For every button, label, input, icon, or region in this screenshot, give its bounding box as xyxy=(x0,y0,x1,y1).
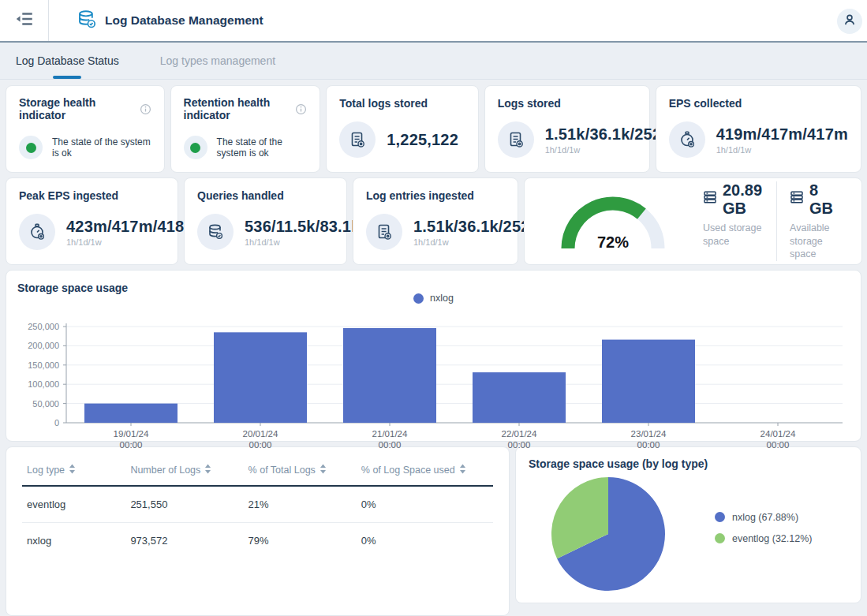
table-row[interactable]: eventlog251,55021%0% xyxy=(22,486,493,523)
card-storage-health: Storage health indicator The state of th… xyxy=(6,85,165,173)
bar-chart-legend-nxlog[interactable]: nxlog xyxy=(6,293,861,304)
table-header-number-of-logs[interactable]: Number of Logs xyxy=(125,452,243,486)
svg-text:22/01/24: 22/01/24 xyxy=(502,429,537,439)
table-cell: 973,572 xyxy=(125,523,243,559)
sort-icon xyxy=(320,464,327,474)
pie-legend-item-eventlog[interactable]: eventlog (32.12%) xyxy=(715,533,812,544)
card-title: Logs stored xyxy=(498,97,561,110)
info-icon[interactable] xyxy=(295,103,307,115)
legend-dot xyxy=(413,293,424,304)
log-document-icon xyxy=(339,121,376,158)
svg-text:0: 0 xyxy=(54,418,59,427)
svg-text:20/01/24: 20/01/24 xyxy=(243,429,278,439)
svg-text:72%: 72% xyxy=(597,233,629,251)
stat-value: 536/11.5k/83.1k xyxy=(245,218,360,236)
green-status-dot xyxy=(26,143,36,153)
table-cell: nxlog xyxy=(22,523,125,559)
available-storage-stat: 8 GB Available storage space xyxy=(776,181,847,262)
health-status-badge xyxy=(184,136,207,159)
menu-fold-icon xyxy=(14,9,35,32)
page-title: Log Database Management xyxy=(105,13,263,28)
svg-text:100,000: 100,000 xyxy=(28,379,59,389)
tabbar: Log Database Status Log types management xyxy=(0,43,867,80)
tab-label: Log Database Status xyxy=(16,54,119,67)
info-icon[interactable] xyxy=(140,103,151,115)
table-row[interactable]: nxlog973,57279%0% xyxy=(22,523,493,559)
card-logs-stored: Logs stored 1.51k/36.1k/252k 1h/1d/1w xyxy=(484,85,650,173)
card-log-entries-ingested: Log entries ingested 1.51k/36.1k/252k 1h… xyxy=(353,177,518,265)
health-status-text: The state of the system is ok xyxy=(217,136,308,159)
table-cell: 79% xyxy=(244,523,357,559)
sort-icon xyxy=(204,464,211,474)
svg-text:00:00: 00:00 xyxy=(120,440,143,450)
card-title: Queries handled xyxy=(197,189,284,202)
card-title: Total logs stored xyxy=(339,97,428,110)
used-storage-label: Used storage space xyxy=(703,222,762,248)
svg-text:23/01/24: 23/01/24 xyxy=(631,429,667,439)
column-label: % of Log Space used xyxy=(361,465,455,476)
stat-value: 1,225,122 xyxy=(387,131,458,149)
column-label: Number of Logs xyxy=(130,465,200,476)
legend-label: nxlog xyxy=(430,293,454,304)
pie-legend: nxlog (67.88%)eventlog (32.12%) xyxy=(715,512,812,544)
stopwatch-icon xyxy=(19,214,55,250)
svg-text:150,000: 150,000 xyxy=(28,360,59,370)
card-title: Storage health indicator xyxy=(19,96,135,121)
used-storage-value: 20.89 GB xyxy=(723,181,762,218)
log-document-icon xyxy=(498,121,534,158)
bar-chart[interactable]: 050,000100,000150,000200,000250,00019/01… xyxy=(17,319,850,456)
table-header--of-total-logs[interactable]: % of Total Logs xyxy=(244,452,357,486)
stat-value: 1.51k/36.1k/252k xyxy=(413,218,539,236)
storage-stack-icon xyxy=(703,190,717,208)
stat-period: 1h/1d/1w xyxy=(66,237,198,247)
available-storage-label: Available storage space xyxy=(790,222,833,262)
table-header-log-type[interactable]: Log type xyxy=(22,452,125,486)
green-status-dot xyxy=(190,143,200,153)
svg-text:00:00: 00:00 xyxy=(249,440,272,450)
stopwatch-icon xyxy=(669,121,705,158)
tab-log-types-management[interactable]: Log types management xyxy=(160,43,275,79)
database-icon xyxy=(76,9,97,33)
stat-value: 1.51k/36.1k/252k xyxy=(545,125,671,144)
card-storage-summary: 72% 20.89 GB Used storage space xyxy=(524,177,862,265)
pie-legend-item-nxlog[interactable]: nxlog (67.88%) xyxy=(715,512,812,523)
storage-usage-gauge: 72% xyxy=(550,184,684,259)
used-storage-stat: 20.89 GB Used storage space xyxy=(703,181,776,248)
svg-text:200,000: 200,000 xyxy=(28,341,59,350)
user-icon xyxy=(841,11,858,32)
svg-text:50,000: 50,000 xyxy=(32,399,59,409)
svg-text:00:00: 00:00 xyxy=(379,440,402,450)
storage-space-usage-chart-card: Storage space usage nxlog 050,000100,000… xyxy=(6,270,861,442)
storage-stack-icon xyxy=(790,190,804,208)
table-cell: 0% xyxy=(357,486,493,523)
user-menu-button[interactable] xyxy=(837,9,862,34)
sort-icon xyxy=(459,464,466,474)
table-cell: eventlog xyxy=(22,486,125,523)
health-status-badge xyxy=(19,136,43,159)
card-title: EPS collected xyxy=(669,97,742,110)
card-title: Retention health indicator xyxy=(184,96,291,121)
stat-value: 423m/417m/418m xyxy=(66,218,198,236)
pie-chart[interactable] xyxy=(549,475,667,596)
svg-text:00:00: 00:00 xyxy=(508,440,531,450)
sidebar-collapse-button[interactable] xyxy=(0,0,49,41)
svg-text:00:00: 00:00 xyxy=(767,440,790,450)
available-storage-value: 8 GB xyxy=(809,181,833,218)
legend-label: eventlog (32.12%) xyxy=(732,533,812,544)
svg-text:19/01/24: 19/01/24 xyxy=(114,429,149,439)
table-cell: 21% xyxy=(244,486,357,523)
card-queries-handled: Queries handled 536/11.5k/83.1k 1h/1d/1w xyxy=(184,177,347,265)
legend-dot xyxy=(715,533,725,543)
tab-log-database-status[interactable]: Log Database Status xyxy=(16,43,119,79)
storage-by-log-type-card: Storage space usage (by log type) nxlog … xyxy=(515,446,861,603)
legend-label: nxlog (67.88%) xyxy=(732,512,798,523)
log-types-table: Log typeNumber of Logs% of Total Logs% o… xyxy=(22,452,493,558)
log-types-table-card: Log typeNumber of Logs% of Total Logs% o… xyxy=(6,446,510,616)
card-eps-collected: EPS collected 419m/417m/417m 1h/1d/1w xyxy=(656,85,861,173)
sort-icon xyxy=(69,464,76,474)
table-header--of-log-space-used[interactable]: % of Log Space used xyxy=(357,452,493,486)
column-label: Log type xyxy=(27,465,65,476)
database-check-icon xyxy=(197,214,234,250)
column-label: % of Total Logs xyxy=(249,465,316,476)
active-tab-indicator xyxy=(53,76,81,79)
